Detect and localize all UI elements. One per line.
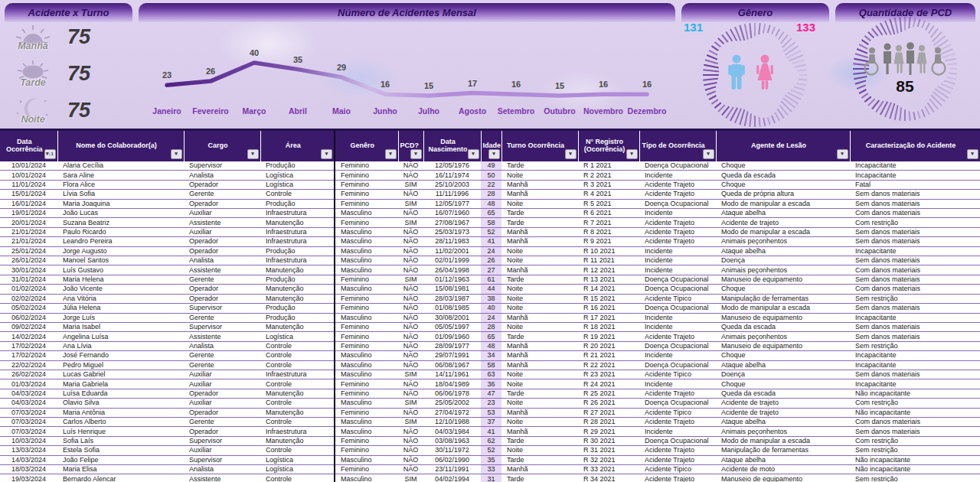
- cell-pcd[interactable]: NÃO: [398, 294, 423, 303]
- cell-cargo[interactable]: Gerente: [184, 275, 260, 284]
- cell-pcd[interactable]: NÃO: [398, 332, 423, 341]
- cell-cargo[interactable]: Operador: [184, 285, 260, 294]
- cell-nome[interactable]: Alana Cecília: [57, 161, 184, 171]
- cell-pcd[interactable]: NÃO: [398, 379, 423, 389]
- cell-idade[interactable]: 52: [481, 446, 501, 455]
- cell-genero[interactable]: Masculino: [335, 209, 398, 218]
- cell-registro[interactable]: R 15 2021: [578, 294, 639, 303]
- cell-agente[interactable]: Queda da escada: [716, 171, 850, 180]
- cell-area[interactable]: Controle: [260, 351, 335, 360]
- cell-pcd[interactable]: NÃO: [398, 171, 423, 180]
- cell-cargo[interactable]: Assistente: [184, 265, 260, 275]
- cell-area[interactable]: Controle: [260, 379, 335, 389]
- cell-caracterizacao[interactable]: Com restrição: [850, 218, 980, 227]
- cell-nome[interactable]: Maria Isabel: [57, 322, 184, 331]
- cell-pcd[interactable]: NÃO: [398, 246, 423, 256]
- cell-cargo[interactable]: Supervisor: [184, 455, 260, 464]
- cell-genero[interactable]: Feminino: [335, 275, 398, 284]
- cell-pcd[interactable]: NÃO: [398, 227, 423, 236]
- cell-nascimento[interactable]: 12/10/1988: [423, 417, 481, 426]
- cell-idade[interactable]: 62: [481, 436, 501, 445]
- cell-cargo[interactable]: Auxiliar: [184, 446, 260, 455]
- cell-tipo[interactable]: Incidente: [639, 351, 716, 360]
- cell-idade[interactable]: 41: [481, 427, 501, 436]
- cell-data-ocorrencia[interactable]: 20/01/2024: [0, 218, 57, 227]
- cell-agente[interactable]: Choque: [716, 180, 850, 189]
- cell-idade[interactable]: 37: [481, 417, 501, 426]
- cell-nome[interactable]: Maria Gabriela: [57, 379, 184, 389]
- cell-caracterizacao[interactable]: Não incapacitante: [850, 465, 980, 474]
- cell-registro[interactable]: R 2 2021: [578, 171, 639, 180]
- cell-tipo[interactable]: Acidente Trajeto: [639, 474, 716, 482]
- cell-pcd[interactable]: NÃO: [398, 341, 423, 350]
- cell-pcd[interactable]: NÃO: [398, 408, 423, 417]
- cell-area[interactable]: Produção: [260, 246, 335, 256]
- cell-nascimento[interactable]: 25/03/1973: [423, 227, 481, 236]
- cell-nascimento[interactable]: 29/07/1991: [423, 351, 481, 360]
- cell-tipo[interactable]: Acidente Tipico: [639, 370, 716, 379]
- cell-agente[interactable]: Animais peçonhentos: [716, 265, 850, 275]
- cell-nome[interactable]: Ana Lívia: [57, 341, 184, 350]
- cell-data-ocorrencia[interactable]: 07/03/2024: [0, 417, 57, 426]
- cell-agente[interactable]: Queda de própria altura: [716, 190, 850, 199]
- cell-idade[interactable]: 38: [481, 294, 501, 303]
- column-header-area[interactable]: Área▾: [260, 131, 335, 161]
- cell-area[interactable]: Manutenção: [260, 294, 335, 303]
- cell-agente[interactable]: Acidente de moto: [716, 465, 850, 474]
- cell-nome[interactable]: João Lucas: [57, 209, 184, 218]
- cell-genero[interactable]: Feminino: [335, 161, 398, 171]
- cell-nome[interactable]: Olavio Silva: [57, 399, 184, 408]
- cell-data-ocorrencia[interactable]: 26/01/2024: [0, 256, 57, 265]
- filter-button-genero[interactable]: ▾: [385, 149, 397, 159]
- cell-caracterizacao[interactable]: Não incapacitante: [850, 455, 980, 464]
- cell-nascimento[interactable]: 25/10/2003: [423, 180, 481, 189]
- cell-data-ocorrencia[interactable]: 17/02/2024: [0, 341, 57, 350]
- cell-agente[interactable]: Manipulação de ferramentas: [716, 294, 850, 303]
- cell-nome[interactable]: Maria Elisa: [57, 465, 184, 474]
- cell-idade[interactable]: 65: [481, 209, 501, 218]
- cell-tipo[interactable]: Doença Ocupacional: [639, 199, 716, 208]
- cell-idade[interactable]: 50: [481, 171, 501, 180]
- cell-turno[interactable]: Noite: [501, 399, 578, 408]
- cell-idade[interactable]: 49: [481, 161, 501, 171]
- cell-turno[interactable]: Tarde: [501, 218, 578, 227]
- cell-turno[interactable]: Manhã: [501, 465, 578, 474]
- column-header-genero[interactable]: Genêro▾: [335, 131, 398, 161]
- cell-genero[interactable]: Feminino: [335, 465, 398, 474]
- cell-data-ocorrencia[interactable]: 31/01/2024: [0, 275, 57, 284]
- cell-registro[interactable]: R 16 2021: [578, 304, 639, 313]
- cell-cargo[interactable]: Analista: [184, 465, 260, 474]
- cell-idade[interactable]: 41: [481, 237, 501, 246]
- cell-agente[interactable]: Manuseio de equipamento: [716, 275, 850, 284]
- cell-nascimento[interactable]: 16/11/1974: [423, 171, 481, 180]
- cell-cargo[interactable]: Supervisor: [184, 322, 260, 331]
- cell-nascimento[interactable]: 06/02/1990: [423, 455, 481, 464]
- cell-genero[interactable]: Feminino: [335, 379, 398, 389]
- filter-button-area[interactable]: ▾: [321, 149, 332, 159]
- cell-data-ocorrencia[interactable]: 09/02/2024: [0, 322, 57, 331]
- column-header-nascimento[interactable]: Data Nascimento▾: [423, 131, 481, 161]
- cell-idade[interactable]: 63: [481, 370, 501, 379]
- cell-cargo[interactable]: Operador: [184, 427, 260, 436]
- filter-button-agente[interactable]: ▾: [837, 149, 848, 159]
- cell-nome[interactable]: Luísa Eduarda: [57, 389, 184, 398]
- filter-button-turno[interactable]: ▾: [565, 149, 577, 159]
- cell-idade[interactable]: 47: [481, 389, 501, 398]
- cell-agente[interactable]: Queda da escada: [716, 322, 850, 331]
- cell-genero[interactable]: Masculino: [335, 256, 398, 265]
- cell-agente[interactable]: Doença: [716, 256, 850, 265]
- cell-area[interactable]: Manutenção: [260, 408, 335, 417]
- cell-turno[interactable]: Tarde: [501, 389, 578, 398]
- cell-cargo[interactable]: Auxiliar: [184, 209, 260, 218]
- cell-tipo[interactable]: Doença Ocupacional: [639, 341, 716, 350]
- filter-button-pcd[interactable]: ▾: [410, 149, 422, 159]
- cell-turno[interactable]: Tarde: [501, 474, 578, 482]
- cell-turno[interactable]: Manhã: [501, 227, 578, 236]
- cell-agente[interactable]: Choque: [716, 351, 850, 360]
- cell-registro[interactable]: R 12 2021: [578, 265, 639, 275]
- cell-data-ocorrencia[interactable]: 06/02/2024: [0, 313, 57, 322]
- cell-registro[interactable]: R 20 2021: [578, 341, 639, 350]
- cell-nome[interactable]: Luís Gustavo: [57, 265, 184, 275]
- cell-nome[interactable]: Lucas Gabriel: [57, 370, 184, 379]
- cell-caracterizacao[interactable]: Sem restrição: [850, 474, 980, 482]
